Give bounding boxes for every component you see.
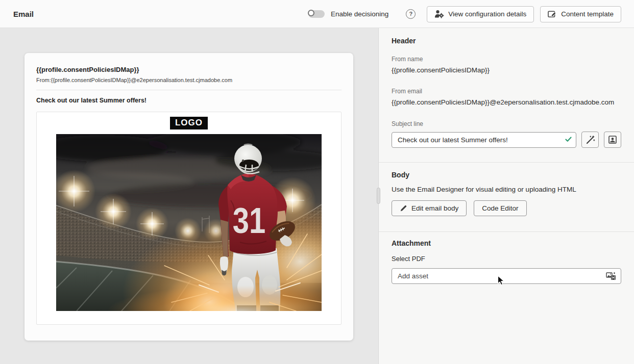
asset-picker-icon [606, 272, 616, 280]
contact-badge-icon [608, 135, 617, 144]
header-section-title: Header [392, 37, 621, 45]
email-body-preview: LOGO [36, 112, 342, 325]
email-settings-panel: Header From name {{profile.consentPolici… [378, 28, 634, 364]
subject-line-label: Subject line [392, 120, 621, 127]
from-email-value: {{profile.consentPoliciesIDMap}}@e2epers… [392, 98, 621, 106]
panel-resize-handle[interactable] [377, 188, 380, 204]
enable-decisioning-label: Enable decisioning [331, 10, 388, 18]
edit-email-body-button[interactable]: Edit email body [392, 200, 467, 216]
body-description: Use the Email Designer for visual editin… [392, 186, 621, 193]
preview-divider [36, 90, 342, 90]
select-pdf-label: Select PDF [392, 255, 621, 263]
valid-check-icon [565, 137, 572, 142]
workspace: {{profile.consentPoliciesIDMap}} From:{{… [0, 28, 634, 364]
email-editor-screen: Email Enable decisioning ? View configur… [0, 0, 634, 364]
pencil-icon [400, 204, 407, 212]
edit-email-body-label: Edit email body [411, 204, 458, 212]
from-name-label: From name [392, 56, 621, 63]
user-gear-icon [434, 10, 444, 18]
jersey-number: 31 [233, 201, 266, 241]
add-asset-field[interactable]: Add asset [392, 268, 621, 284]
preview-profile-button[interactable] [604, 132, 621, 148]
body-section-title: Body [392, 171, 621, 179]
preview-from-name: {{profile.consentPoliciesIDMap}} [36, 66, 342, 73]
subject-line-row [392, 132, 621, 148]
view-configuration-details-label: View configuration details [448, 10, 526, 18]
brand-logo: LOGO [170, 117, 208, 129]
code-editor-label: Code Editor [482, 204, 518, 212]
content-template-button[interactable]: Content template [540, 6, 621, 22]
subject-input-wrap [392, 132, 576, 148]
code-editor-button[interactable]: Code Editor [474, 200, 526, 216]
email-preview-canvas: {{profile.consentPoliciesIDMap}} From:{{… [0, 28, 378, 364]
section-divider [379, 162, 634, 163]
hero-image-football-player: 31 [56, 134, 322, 311]
content-template-icon [548, 10, 557, 18]
from-email-label: From email [392, 88, 621, 95]
top-bar: Email Enable decisioning ? View configur… [0, 0, 634, 28]
attachment-section-title: Attachment [392, 239, 621, 247]
magic-wand-icon [586, 135, 595, 145]
email-preview-card: {{profile.consentPoliciesIDMap}} From:{{… [25, 53, 353, 341]
preview-subject: Check out our latest Summer offers! [36, 97, 342, 104]
from-name-value: {{profile.consentPoliciesIDMap}} [392, 66, 621, 74]
view-configuration-details-button[interactable]: View configuration details [427, 6, 534, 22]
body-buttons-row: Edit email body Code Editor [392, 200, 621, 216]
help-icon[interactable]: ? [406, 9, 416, 19]
page-title: Email [13, 10, 34, 18]
top-bar-actions: Enable decisioning ? View configuration … [308, 0, 621, 28]
preview-from-address: From:{{profile.consentPoliciesIDMap}}@e2… [36, 77, 342, 83]
toggle-knob [308, 10, 314, 16]
enable-decisioning-toggle[interactable] [308, 10, 325, 18]
add-asset-label: Add asset [398, 272, 606, 280]
personalization-wand-button[interactable] [581, 132, 599, 148]
section-divider [379, 231, 634, 232]
content-template-label: Content template [561, 10, 614, 18]
subject-line-input[interactable] [392, 132, 576, 148]
